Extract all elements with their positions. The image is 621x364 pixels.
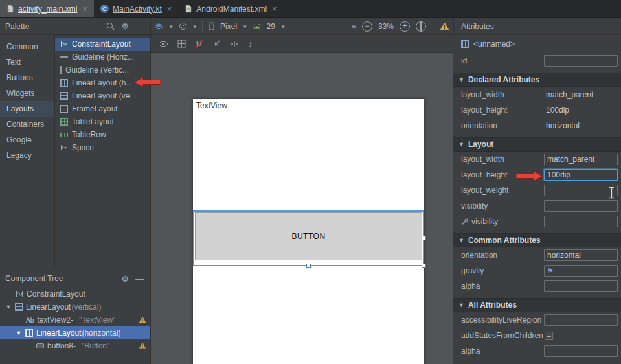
tree-row-textview2[interactable]: Ab textView2-"TextView" xyxy=(0,313,150,326)
palette-category-text[interactable]: Text xyxy=(0,54,54,70)
attr-row-gravity: gravity ⚑ xyxy=(453,263,621,279)
tools-visibility-input[interactable] xyxy=(544,216,618,227)
palette-item-tablelayout[interactable]: TableLayout xyxy=(55,115,150,128)
autoconnect-off-magnet-icon[interactable] xyxy=(195,40,203,48)
attr-label: visibility xyxy=(453,217,543,226)
warning-icon[interactable] xyxy=(139,316,146,323)
palette-item-linearlayout-vertical[interactable]: LinearLayout (ve... xyxy=(55,89,150,102)
tab-label: AndroidManifest.xml xyxy=(196,5,267,14)
palette-category-common[interactable]: Common xyxy=(0,39,54,54)
tab-androidmanifest-xml[interactable]: AndroidManifest.xml × xyxy=(178,0,283,17)
tab-activity-main-xml[interactable]: activity_main.xml × xyxy=(0,0,94,17)
accessibilityliveregion-input[interactable] xyxy=(544,314,618,326)
orientation-input[interactable]: horizontal xyxy=(544,249,618,261)
center-horizontal-icon[interactable] xyxy=(230,40,239,48)
gear-icon[interactable]: ⚙ xyxy=(121,275,129,283)
palette-item-guideline-horizontal[interactable]: Guideline (Horiz... xyxy=(55,51,150,63)
attr-row-layout-width: layout_width match_parent xyxy=(453,152,621,167)
selected-component-row: <unnamed> xyxy=(453,35,621,53)
close-icon[interactable]: × xyxy=(82,5,87,13)
linearlayout-icon xyxy=(461,40,469,48)
resize-handle-right[interactable] xyxy=(422,236,426,240)
palette-item-constraintlayout[interactable]: ConstraintLayout xyxy=(55,38,150,51)
zoom-to-fit-button[interactable] xyxy=(416,21,426,32)
zoom-in-button[interactable]: + xyxy=(400,21,410,32)
tree-row-button8[interactable]: button8-"Button" xyxy=(0,339,150,352)
palette-item-tablerow[interactable]: TableRow xyxy=(55,128,150,141)
panel-divider[interactable] xyxy=(150,18,151,364)
attr-value[interactable]: 100dip xyxy=(543,106,569,115)
toolbar-overflow-icon[interactable]: » xyxy=(352,22,356,30)
palette-category-google[interactable]: Google xyxy=(0,132,54,148)
gravity-input[interactable]: ⚑ xyxy=(544,265,618,277)
alpha-input[interactable] xyxy=(544,345,618,357)
search-icon[interactable] xyxy=(106,22,115,30)
id-input[interactable] xyxy=(544,55,618,67)
blueprint-grid-icon[interactable] xyxy=(177,40,186,48)
design-surface[interactable]: TextView BUTTON xyxy=(150,53,453,364)
zoom-out-button[interactable]: − xyxy=(362,21,372,32)
guideline-horizontal-icon xyxy=(60,56,68,58)
tree-row-linearlayout-horizontal[interactable]: ▼ LinearLayout(horizontal) xyxy=(0,326,150,339)
alpha-input[interactable] xyxy=(544,280,618,292)
palette-item-framelayout[interactable]: FrameLayout xyxy=(55,102,150,115)
section-common-attributes[interactable]: ▼ Common Attributes xyxy=(453,233,621,247)
attr-value[interactable]: horizontal xyxy=(543,121,580,130)
selected-linearlayout[interactable]: BUTTON xyxy=(193,210,424,266)
section-declared-attributes[interactable]: ▼ Declared Attributes xyxy=(453,73,621,87)
view-options-eye-icon[interactable] xyxy=(158,40,168,48)
layout-weight-input[interactable] xyxy=(544,185,618,196)
flag-icon[interactable]: ⚑ xyxy=(547,267,554,275)
minimize-icon[interactable]: — xyxy=(135,275,144,283)
minimize-icon[interactable]: — xyxy=(135,22,144,30)
framelayout-icon xyxy=(60,105,68,113)
tablerow-icon xyxy=(60,133,68,137)
palette-category-containers[interactable]: Containers xyxy=(0,117,54,132)
default-margins-icon[interactable] xyxy=(212,40,221,48)
resize-handle-corner[interactable] xyxy=(422,264,426,268)
collapse-icon: ▼ xyxy=(458,141,464,148)
tree-node-label: ConstraintLayout xyxy=(27,290,85,299)
tree-expand-icon[interactable]: ▼ xyxy=(16,330,22,336)
device-canvas[interactable]: TextView BUTTON xyxy=(193,99,424,364)
chevron-down-icon: ▾ xyxy=(170,23,173,30)
resize-handle-bottom[interactable] xyxy=(306,264,311,268)
warning-icon[interactable] xyxy=(139,342,146,349)
attr-label-text: visibility xyxy=(471,217,498,226)
button-widget[interactable]: BUTTON xyxy=(195,212,422,260)
tree-row-constraintlayout[interactable]: ConstraintLayout xyxy=(0,288,150,301)
palette-category-buttons[interactable]: Buttons xyxy=(0,70,54,85)
gear-icon[interactable]: ⚙ xyxy=(121,22,129,30)
design-surface-mode-icon[interactable] xyxy=(154,23,163,30)
attr-row-layout-height: layout_height 100dip xyxy=(453,102,621,118)
textview-widget[interactable]: TextView xyxy=(196,101,227,110)
guideline-vertical-icon xyxy=(60,66,62,74)
attr-label: orientation xyxy=(453,121,543,130)
palette-item-guideline-vertical[interactable]: Guideline (Vertic... xyxy=(55,63,150,76)
warning-indicator-icon[interactable] xyxy=(440,22,449,30)
palette-category-legacy[interactable]: Legacy xyxy=(0,148,54,163)
visibility-input[interactable] xyxy=(544,200,618,212)
attr-value[interactable]: match_parent xyxy=(543,90,593,99)
layout-width-input[interactable]: match_parent xyxy=(544,154,618,165)
tree-expand-icon[interactable]: ▼ xyxy=(5,304,12,310)
palette-category-widgets[interactable]: Widgets xyxy=(0,85,54,101)
addstatesfromchildren-checkbox[interactable]: – xyxy=(545,332,553,340)
palette-category-layouts[interactable]: Layouts xyxy=(0,101,54,117)
tab-mainactivity-kt[interactable]: C MainActivity.kt × xyxy=(94,0,178,17)
palette-item-label: Guideline (Horiz... xyxy=(72,52,134,62)
close-icon[interactable]: × xyxy=(272,5,277,13)
close-icon[interactable]: × xyxy=(167,5,172,13)
section-all-attributes[interactable]: ▼ All Attributes xyxy=(453,298,621,312)
chevron-down-icon: ▾ xyxy=(194,23,197,30)
attr-row-orientation: orientation horizontal xyxy=(453,118,621,133)
theme-icon[interactable] xyxy=(179,22,187,30)
device-selector[interactable]: Pixel xyxy=(220,22,237,31)
api-level-selector[interactable]: 29 xyxy=(267,22,275,31)
palette-categories: Common Text Buttons Widgets Layouts Cont… xyxy=(0,35,55,269)
layout-height-input[interactable]: 100dip xyxy=(544,169,618,181)
palette-item-space[interactable]: Space xyxy=(55,141,150,154)
tree-row-linearlayout-vertical[interactable]: ▼ LinearLayout(vertical) xyxy=(0,301,150,313)
expand-vertical-icon[interactable]: ↕ xyxy=(248,40,253,49)
section-layout[interactable]: ▼ Layout xyxy=(453,137,621,152)
